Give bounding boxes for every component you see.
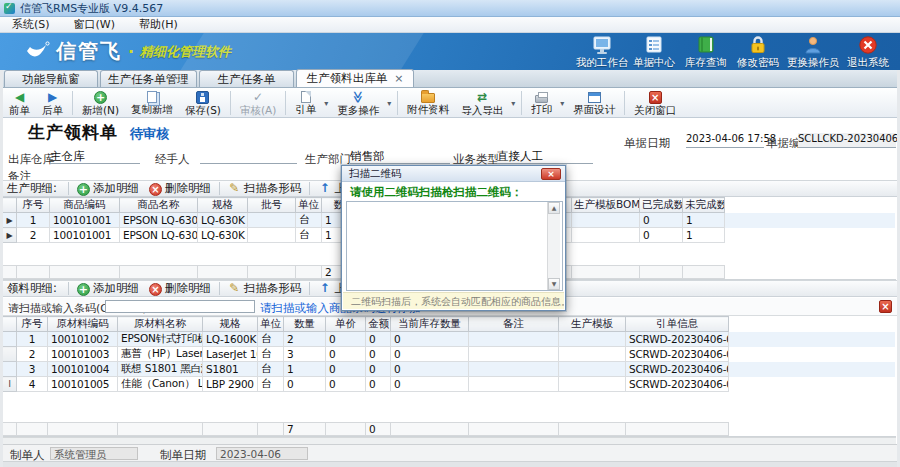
dialog-scrollbar[interactable]: ▲ ▼ <box>547 202 560 290</box>
nav-document-center[interactable]: 单据中心 <box>628 35 680 70</box>
switch-user-icon <box>802 35 824 55</box>
document-tab-bar: 功能导航窗 生产任务单管理 生产任务单 生产领料出库单 × <box>0 70 900 88</box>
more-actions-icon: ≫ <box>351 90 365 104</box>
pull-doc-button[interactable]: 引单▾ <box>289 89 331 117</box>
copy-add-button[interactable]: 复制新增 <box>125 89 179 117</box>
import-export-button[interactable]: ⇄导入导出▾ <box>455 89 518 117</box>
section-label: 生产明细: <box>7 181 57 196</box>
toolbar-separator <box>521 91 522 115</box>
brand-banner: 信管飞 · 精细化管理软件 我的工作台 <box>0 33 900 70</box>
nav-exit-system[interactable]: 退出系统 <box>842 35 894 70</box>
toolbar-separator <box>230 91 231 115</box>
add-detail-icon <box>77 283 90 296</box>
next-doc-button[interactable]: ▶后单 <box>36 89 69 117</box>
add-detail-button[interactable]: 添加明细 <box>72 181 144 196</box>
window-title: 信管飞RMS专业版 V9.4.567 <box>20 1 163 16</box>
nav-change-password[interactable]: 修改密码 <box>732 35 784 70</box>
section-label: 领料明细: <box>7 281 57 296</box>
brand-slogan: 精细化管理软件 <box>140 43 231 61</box>
material-detail-grid[interactable]: 序号原材料编码原材料名称规格单位数量单价金额当前库存数量备注生产模板引单信息11… <box>2 316 896 437</box>
nav-label: 单据中心 <box>633 56 675 70</box>
tab-production-task[interactable]: 生产任务单 <box>199 70 294 87</box>
top-nav: 我的工作台 单据中心 库存查询 <box>576 35 894 70</box>
doc-date-label: 单据日期 <box>624 136 670 151</box>
tab-function-nav[interactable]: 功能导航窗 <box>4 70 98 87</box>
brand-separator: · <box>128 42 134 61</box>
window-left-border <box>0 70 3 467</box>
window-bottom-border <box>0 461 900 467</box>
barcode-scan-icon: ✎ <box>228 182 241 195</box>
exit-system-icon <box>857 35 879 55</box>
brand-logo-icon <box>24 39 52 63</box>
tab-production-task-mgmt[interactable]: 生产任务单管理 <box>100 70 197 87</box>
nav-inventory-query[interactable]: 库存查询 <box>680 35 732 70</box>
save-button[interactable]: 保存(S) <box>179 89 227 117</box>
ui-design-button[interactable]: 界面设计 <box>567 89 621 117</box>
doc-date-value[interactable]: 2023-04-06 17:58 <box>686 133 764 148</box>
barcode-scan-icon: ✎ <box>228 282 241 295</box>
app-icon <box>4 3 15 14</box>
warehouse-label: 出库仓库 <box>8 152 54 167</box>
audit-button[interactable]: ✓审核(A) <box>234 89 282 117</box>
section-separator <box>68 282 69 295</box>
import-export-icon: ⇄ <box>475 90 489 104</box>
nav-label: 修改密码 <box>737 56 779 70</box>
clear-icon[interactable]: × <box>879 300 892 313</box>
scrollbar-down-icon[interactable]: ▼ <box>548 278 560 290</box>
close-icon[interactable]: × <box>541 168 561 180</box>
audit-check-icon: ✓ <box>251 90 265 104</box>
document-title: 生产领料单 <box>28 121 118 144</box>
nav-label: 退出系统 <box>847 56 889 70</box>
add-detail-button[interactable]: 添加明细 <box>72 281 144 296</box>
copy-add-icon <box>147 91 157 103</box>
attachment-button[interactable]: 附件资料 <box>401 89 455 117</box>
window-titlebar[interactable]: 信管飞RMS专业版 V9.4.567 <box>0 0 900 17</box>
more-actions-button[interactable]: ≫更多操作▾ <box>331 89 394 117</box>
dialog-titlebar[interactable]: 扫描二维码 <box>342 166 565 182</box>
nav-label: 我的工作台 <box>576 56 629 70</box>
ui-design-icon <box>588 92 601 103</box>
section-separator <box>309 182 310 195</box>
inventory-book-icon <box>695 35 717 55</box>
tab-production-material-outbound[interactable]: 生产领料出库单 × <box>296 69 414 87</box>
nav-my-workbench[interactable]: 我的工作台 <box>576 35 628 70</box>
scan-barcode-button[interactable]: ✎扫描条形码 <box>223 281 307 296</box>
application-window: 信管飞RMS专业版 V9.4.567 系统(S) 窗口(W) 帮助(H) 信管飞… <box>0 0 900 467</box>
menu-window[interactable]: 窗口(W) <box>62 17 127 32</box>
chevron-down-icon: ▾ <box>560 99 564 108</box>
add-new-button[interactable]: 新增(N) <box>76 89 125 117</box>
delete-detail-button[interactable]: 删除明细 <box>144 181 216 196</box>
print-icon <box>535 95 548 103</box>
section-separator <box>309 282 310 295</box>
nav-label: 更换操作员 <box>787 56 840 70</box>
docs-center-icon <box>643 35 665 55</box>
qr-scan-dialog: 扫描二维码 × 请使用二维码扫描枪扫描二维码： ▲ ▼ 二维码扫描后，系统会自动… <box>341 165 566 311</box>
prev-doc-button[interactable]: ◀前单 <box>3 89 36 117</box>
handler-field[interactable] <box>200 149 297 164</box>
move-up-icon: ↑ <box>318 282 331 295</box>
save-icon <box>196 91 209 104</box>
warehouse-field[interactable]: 主仓库 <box>50 149 140 164</box>
biztype-field[interactable]: 直接人工 <box>497 149 593 164</box>
barcode-input[interactable] <box>105 300 255 313</box>
tab-label: 生产任务单 <box>218 72 276 87</box>
delete-detail-button[interactable]: 删除明细 <box>144 281 216 296</box>
close-window-button[interactable]: 关闭窗口 <box>628 89 682 117</box>
print-button[interactable]: 打印▾ <box>525 89 567 117</box>
dialog-note: 二维码扫描后，系统会自动匹配相应的商品信息。 <box>343 292 564 309</box>
scan-barcode-button[interactable]: ✎扫描条形码 <box>223 181 307 196</box>
toolbar-separator <box>72 91 73 115</box>
dept-field[interactable]: 销售部 <box>350 149 450 164</box>
remark-field[interactable] <box>50 166 143 181</box>
scrollbar-up-icon[interactable]: ▲ <box>548 202 560 214</box>
material-detail-table[interactable]: 序号原材料编码原材料名称规格单位数量单价金额当前库存数量备注生产模板引单信息11… <box>2 316 896 392</box>
horizontal-scrollbar[interactable] <box>2 437 896 444</box>
delete-detail-icon <box>149 283 162 296</box>
qr-scan-textarea[interactable] <box>346 201 563 291</box>
menu-system[interactable]: 系统(S) <box>0 17 62 32</box>
nav-switch-operator[interactable]: 更换操作员 <box>784 35 842 70</box>
tab-close-icon[interactable]: × <box>394 74 403 84</box>
toolbar-separator <box>397 91 398 115</box>
material-detail-totals-row: 70 <box>2 422 896 436</box>
menu-help[interactable]: 帮助(H) <box>127 17 190 32</box>
